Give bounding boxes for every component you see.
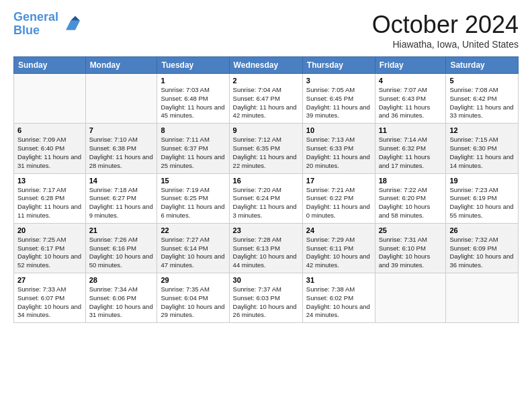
day-cell: 10Sunrise: 7:13 AM Sunset: 6:33 PM Dayli…	[302, 124, 375, 173]
day-cell: 7Sunrise: 7:10 AM Sunset: 6:38 PM Daylig…	[85, 124, 157, 173]
day-cell: 6Sunrise: 7:09 AM Sunset: 6:40 PM Daylig…	[14, 124, 86, 173]
day-cell: 12Sunrise: 7:15 AM Sunset: 6:30 PM Dayli…	[446, 124, 519, 173]
day-number: 9	[233, 126, 299, 134]
day-number: 5	[449, 77, 515, 85]
day-number: 2	[233, 77, 299, 85]
day-cell: 13Sunrise: 7:17 AM Sunset: 6:28 PM Dayli…	[14, 173, 86, 223]
day-cell: 22Sunrise: 7:27 AM Sunset: 6:14 PM Dayli…	[157, 223, 229, 273]
day-number: 4	[379, 77, 443, 85]
day-cell: 18Sunrise: 7:22 AM Sunset: 6:20 PM Dayli…	[375, 173, 446, 223]
day-cell: 3Sunrise: 7:05 AM Sunset: 6:45 PM Daylig…	[302, 74, 375, 124]
day-info: Sunrise: 7:18 AM Sunset: 6:27 PM Dayligh…	[89, 186, 154, 220]
day-number: 24	[306, 226, 371, 234]
weekday-header-monday: Monday	[85, 57, 157, 74]
day-cell: 30Sunrise: 7:37 AM Sunset: 6:03 PM Dayli…	[229, 273, 302, 323]
day-number: 27	[17, 276, 82, 284]
day-info: Sunrise: 7:05 AM Sunset: 6:45 PM Dayligh…	[306, 86, 371, 120]
day-number: 13	[17, 177, 82, 185]
svg-marker-1	[71, 16, 80, 21]
day-number: 28	[89, 276, 154, 284]
page: General Blue October 2024 Hiawatha, Iowa…	[0, 0, 532, 330]
day-number: 17	[306, 177, 371, 185]
day-number: 30	[233, 276, 299, 284]
day-number: 23	[233, 226, 299, 234]
day-number: 16	[233, 177, 299, 185]
day-info: Sunrise: 7:07 AM Sunset: 6:43 PM Dayligh…	[379, 86, 443, 120]
title-section: October 2024 Hiawatha, Iowa, United Stat…	[372, 11, 519, 50]
day-cell: 1Sunrise: 7:03 AM Sunset: 6:48 PM Daylig…	[157, 74, 229, 124]
day-info: Sunrise: 7:23 AM Sunset: 6:19 PM Dayligh…	[449, 186, 515, 220]
day-number: 3	[306, 77, 371, 85]
day-info: Sunrise: 7:29 AM Sunset: 6:11 PM Dayligh…	[306, 236, 371, 270]
day-cell: 17Sunrise: 7:21 AM Sunset: 6:22 PM Dayli…	[302, 173, 375, 223]
day-number: 15	[161, 177, 225, 185]
day-number: 1	[161, 77, 225, 85]
day-info: Sunrise: 7:15 AM Sunset: 6:30 PM Dayligh…	[449, 136, 515, 170]
weekday-header-friday: Friday	[375, 57, 446, 74]
day-cell	[85, 74, 157, 124]
header: General Blue October 2024 Hiawatha, Iowa…	[13, 11, 519, 50]
day-number: 21	[89, 226, 154, 234]
day-number: 29	[161, 276, 225, 284]
day-cell: 14Sunrise: 7:18 AM Sunset: 6:27 PM Dayli…	[85, 173, 157, 223]
day-number: 25	[379, 226, 443, 234]
day-number: 31	[306, 276, 371, 284]
week-row-5: 27Sunrise: 7:33 AM Sunset: 6:07 PM Dayli…	[14, 273, 519, 323]
day-cell: 9Sunrise: 7:12 AM Sunset: 6:35 PM Daylig…	[229, 124, 302, 173]
day-number: 8	[161, 126, 225, 134]
logo-icon	[61, 15, 80, 34]
week-row-4: 20Sunrise: 7:25 AM Sunset: 6:17 PM Dayli…	[14, 223, 519, 273]
svg-marker-0	[66, 21, 80, 30]
day-info: Sunrise: 7:21 AM Sunset: 6:22 PM Dayligh…	[306, 186, 371, 220]
day-cell: 27Sunrise: 7:33 AM Sunset: 6:07 PM Dayli…	[14, 273, 86, 323]
day-cell: 15Sunrise: 7:19 AM Sunset: 6:25 PM Dayli…	[157, 173, 229, 223]
day-info: Sunrise: 7:10 AM Sunset: 6:38 PM Dayligh…	[89, 136, 154, 170]
weekday-header-saturday: Saturday	[446, 57, 519, 74]
day-number: 12	[449, 126, 515, 134]
day-cell: 25Sunrise: 7:31 AM Sunset: 6:10 PM Dayli…	[375, 223, 446, 273]
day-info: Sunrise: 7:35 AM Sunset: 6:04 PM Dayligh…	[161, 285, 225, 320]
weekday-header-sunday: Sunday	[14, 57, 86, 74]
day-cell: 29Sunrise: 7:35 AM Sunset: 6:04 PM Dayli…	[157, 273, 229, 323]
day-info: Sunrise: 7:03 AM Sunset: 6:48 PM Dayligh…	[161, 86, 225, 120]
weekday-header-thursday: Thursday	[302, 57, 375, 74]
day-info: Sunrise: 7:11 AM Sunset: 6:37 PM Dayligh…	[161, 136, 225, 170]
day-info: Sunrise: 7:14 AM Sunset: 6:32 PM Dayligh…	[379, 136, 443, 170]
day-cell: 19Sunrise: 7:23 AM Sunset: 6:19 PM Dayli…	[446, 173, 519, 223]
day-info: Sunrise: 7:32 AM Sunset: 6:09 PM Dayligh…	[449, 236, 515, 270]
day-info: Sunrise: 7:19 AM Sunset: 6:25 PM Dayligh…	[161, 186, 225, 220]
weekday-header-tuesday: Tuesday	[157, 57, 229, 74]
day-number: 20	[17, 226, 82, 234]
day-info: Sunrise: 7:27 AM Sunset: 6:14 PM Dayligh…	[161, 236, 225, 270]
logo-text: General Blue	[13, 11, 58, 38]
day-info: Sunrise: 7:22 AM Sunset: 6:20 PM Dayligh…	[379, 186, 443, 220]
day-cell: 2Sunrise: 7:04 AM Sunset: 6:47 PM Daylig…	[229, 74, 302, 124]
day-cell: 31Sunrise: 7:38 AM Sunset: 6:02 PM Dayli…	[302, 273, 375, 323]
day-cell: 5Sunrise: 7:08 AM Sunset: 6:42 PM Daylig…	[446, 74, 519, 124]
day-info: Sunrise: 7:38 AM Sunset: 6:02 PM Dayligh…	[306, 285, 371, 320]
day-info: Sunrise: 7:20 AM Sunset: 6:24 PM Dayligh…	[233, 186, 299, 220]
calendar-table: SundayMondayTuesdayWednesdayThursdayFrid…	[13, 56, 519, 323]
day-cell	[375, 273, 446, 323]
day-cell: 20Sunrise: 7:25 AM Sunset: 6:17 PM Dayli…	[14, 223, 86, 273]
day-info: Sunrise: 7:04 AM Sunset: 6:47 PM Dayligh…	[233, 86, 299, 120]
day-info: Sunrise: 7:13 AM Sunset: 6:33 PM Dayligh…	[306, 136, 371, 170]
day-cell	[446, 273, 519, 323]
day-info: Sunrise: 7:12 AM Sunset: 6:35 PM Dayligh…	[233, 136, 299, 170]
week-row-2: 6Sunrise: 7:09 AM Sunset: 6:40 PM Daylig…	[14, 124, 519, 173]
week-row-1: 1Sunrise: 7:03 AM Sunset: 6:48 PM Daylig…	[14, 74, 519, 124]
day-number: 22	[161, 226, 225, 234]
day-number: 19	[449, 177, 515, 185]
logo: General Blue	[13, 11, 80, 38]
day-info: Sunrise: 7:17 AM Sunset: 6:28 PM Dayligh…	[17, 186, 82, 220]
day-cell: 23Sunrise: 7:28 AM Sunset: 6:13 PM Dayli…	[229, 223, 302, 273]
day-number: 10	[306, 126, 371, 134]
day-info: Sunrise: 7:28 AM Sunset: 6:13 PM Dayligh…	[233, 236, 299, 270]
day-number: 26	[449, 226, 515, 234]
day-cell: 16Sunrise: 7:20 AM Sunset: 6:24 PM Dayli…	[229, 173, 302, 223]
week-row-3: 13Sunrise: 7:17 AM Sunset: 6:28 PM Dayli…	[14, 173, 519, 223]
day-number: 14	[89, 177, 154, 185]
day-number: 18	[379, 177, 443, 185]
day-info: Sunrise: 7:31 AM Sunset: 6:10 PM Dayligh…	[379, 236, 443, 270]
day-cell: 28Sunrise: 7:34 AM Sunset: 6:06 PM Dayli…	[85, 273, 157, 323]
